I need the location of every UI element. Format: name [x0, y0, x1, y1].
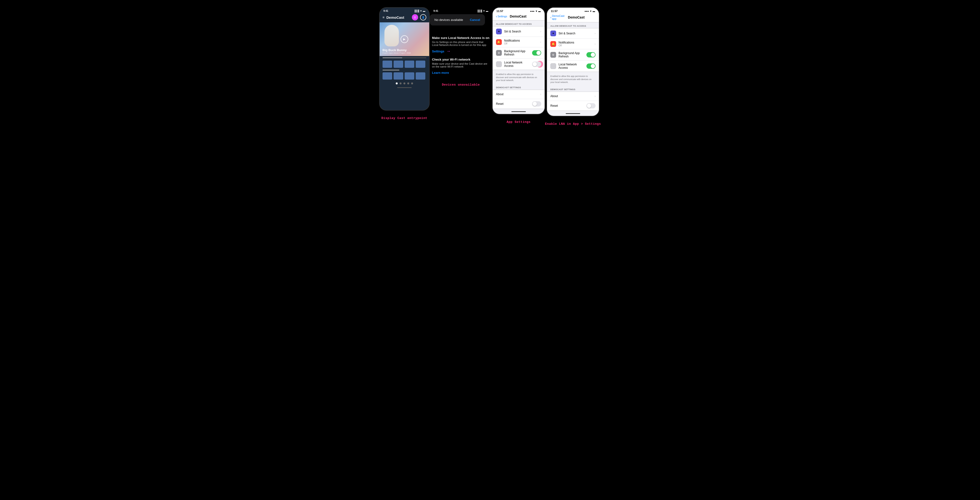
back-label: Settings — [498, 15, 507, 18]
scene2-status-icons: ▐▐▐ ▼ ▬ — [477, 10, 488, 12]
menu-icon[interactable]: ≡ — [382, 15, 385, 19]
status-bar: 9:41 ▐▐▐ ▼ ▬ — [380, 8, 429, 13]
cancel-button[interactable]: Cancel — [470, 18, 480, 22]
scene2-label: Devices unavailable — [442, 83, 480, 87]
home-indicator — [397, 87, 412, 88]
scene3-home-indicator — [511, 111, 526, 112]
scene4: 11:57 ●●● ▼ ▬ ‹ DemoCast app DemoCast AL… — [545, 7, 601, 126]
scene4-siri-glyph: ✦ — [552, 32, 554, 35]
back-button[interactable]: ‹ Settings — [496, 14, 507, 18]
scene2: 9:41 ▐▐▐ ▼ ▬ No devices available Cancel… — [430, 7, 492, 87]
scene4-refresh-toggle[interactable] — [586, 52, 595, 57]
inst2-body: Make sure your device and the Cast devic… — [432, 62, 490, 68]
thumbnail-row-2 — [380, 71, 429, 81]
instructions-panel: Make sure Local Network Access is on Go … — [432, 34, 490, 77]
settings-group-1: ✦ Siri & Search › 🔔 Notifications Off — [493, 26, 544, 70]
scene4-reset-knob — [587, 103, 591, 108]
dot-3 — [403, 83, 406, 84]
scene4-battery: ▬ — [593, 10, 595, 13]
dot-2 — [399, 83, 401, 84]
scene4-lna-description: Enabled to allow this app permission to … — [547, 74, 599, 86]
scene1: 9:41 ▐▐▐ ▼ ▬ ≡ DemoCast ⊡ 👤 → ▶ Big Buck… — [379, 7, 430, 120]
section2-header: DEMOCAST SETTINGS — [493, 84, 544, 90]
arrow-to-settings: → — [446, 49, 450, 54]
scene4-siri-row[interactable]: ✦ Siri & Search › — [547, 29, 599, 39]
section-label-bar — [382, 70, 399, 70]
notif-icon: 🔔 — [496, 39, 502, 45]
about-row[interactable]: About › — [493, 90, 544, 99]
status-time: 9:41 — [383, 10, 388, 12]
scene4-device: 11:57 ●●● ▼ ▬ ‹ DemoCast app DemoCast AL… — [547, 7, 600, 116]
play-button[interactable]: ▶ — [401, 35, 408, 43]
reset-toggle[interactable] — [532, 101, 541, 106]
popup-message: No devices available — [434, 18, 463, 22]
scene2-wifi: ▼ — [483, 10, 485, 12]
learn-more-link[interactable]: Learn more — [432, 71, 449, 75]
lna-toggle[interactable] — [532, 62, 541, 67]
wifi-icon: ▼ — [420, 10, 422, 12]
notif-content: Notifications Off — [504, 39, 539, 45]
scene4-refresh-title: Background App Refresh — [558, 51, 586, 58]
app-header: ≡ DemoCast ⊡ 👤 — [380, 13, 429, 22]
thumb-7[interactable] — [405, 72, 414, 79]
scene4-siri-chevron: › — [595, 32, 595, 35]
notif-chevron: › — [540, 40, 541, 44]
scene4-lna-knob — [591, 64, 595, 68]
inst1-title: Make sure Local Network Access is on — [432, 36, 490, 40]
hero-image: ▶ Big Buck Bunny Peach Open Movie Projec… — [380, 22, 429, 56]
thumb-4[interactable] — [416, 60, 425, 68]
scene2-top: 9:41 ▐▐▐ ▼ ▬ No devices available Cancel — [430, 10, 492, 25]
scene4-lna-toggle[interactable] — [586, 63, 595, 69]
scene4-notif-glyph: 🔔 — [552, 42, 555, 46]
scene4-bg-refresh-row[interactable]: ⚙ Background App Refresh — [547, 49, 599, 60]
thumb-2[interactable] — [394, 60, 403, 68]
siri-title: Siri & Search — [504, 30, 539, 33]
scene3-battery: ▬ — [538, 10, 541, 13]
progress-fill — [382, 57, 402, 58]
thumb-3[interactable] — [405, 60, 414, 68]
dot-4 — [407, 83, 409, 84]
bg-refresh-row[interactable]: ⚙ Background App Refresh — [493, 48, 544, 59]
scene3-status-icons: ●●● ▼ ▬ — [530, 10, 541, 13]
lna-row[interactable]: Local Network Access — [493, 59, 544, 70]
scene3-label: App Settings — [507, 120, 531, 124]
settings-link-row: Settings → — [432, 49, 490, 54]
scene4-lna-row[interactable]: Local Network Access — [547, 60, 599, 71]
scene4-siri-content: Siri & Search — [558, 32, 593, 35]
lna-icon — [496, 61, 502, 67]
scene4-siri-title: Siri & Search — [558, 32, 593, 35]
siri-glyph: ✦ — [498, 30, 500, 33]
cast-button[interactable]: ⊡ — [412, 14, 418, 21]
scene4-notif-title: Notifications — [558, 41, 593, 44]
refresh-title: Background App Refresh — [504, 49, 532, 56]
scene4-about-content: About — [550, 94, 593, 98]
thumb-1[interactable] — [382, 60, 392, 68]
scene4-status: 11:57 ●●● ▼ ▬ — [547, 8, 599, 13]
siri-search-row[interactable]: ✦ Siri & Search › — [493, 27, 544, 37]
signal-icon: ▐▐▐ — [414, 10, 419, 12]
reset-row[interactable]: Reset — [493, 99, 544, 109]
thumb-6[interactable] — [394, 72, 403, 79]
about-chevron: › — [540, 92, 541, 96]
dot-1 — [396, 83, 398, 84]
scene4-about-row[interactable]: About › — [547, 92, 599, 101]
page-title: DemoCast — [510, 14, 526, 18]
scene4-back-button[interactable]: ‹ DemoCast app — [550, 14, 568, 20]
thumb-5[interactable] — [382, 72, 392, 79]
scene4-reset-toggle[interactable] — [586, 103, 595, 108]
notifications-row[interactable]: 🔔 Notifications Off › — [493, 37, 544, 48]
scene4-page-title: DemoCast — [568, 15, 584, 19]
scene2-battery: ▬ — [486, 10, 488, 12]
scene4-nav: ‹ DemoCast app DemoCast — [547, 13, 599, 22]
thumb-8[interactable] — [416, 72, 425, 79]
scene4-time: 11:57 — [551, 10, 558, 13]
refresh-toggle[interactable] — [532, 50, 541, 56]
siri-chevron: › — [540, 30, 541, 33]
scene4-notif-row[interactable]: 🔔 Notifications Off › — [547, 39, 599, 49]
app-title: DemoCast — [387, 15, 410, 19]
scene4-refresh-icon: ⚙ — [550, 52, 556, 58]
profile-button[interactable]: 👤 — [420, 14, 426, 21]
phone1-device: 9:41 ▐▐▐ ▼ ▬ ≡ DemoCast ⊡ 👤 → ▶ Big Buck… — [379, 7, 430, 111]
settings-link[interactable]: Settings — [432, 49, 444, 53]
scene4-reset-row[interactable]: Reset — [547, 101, 599, 111]
